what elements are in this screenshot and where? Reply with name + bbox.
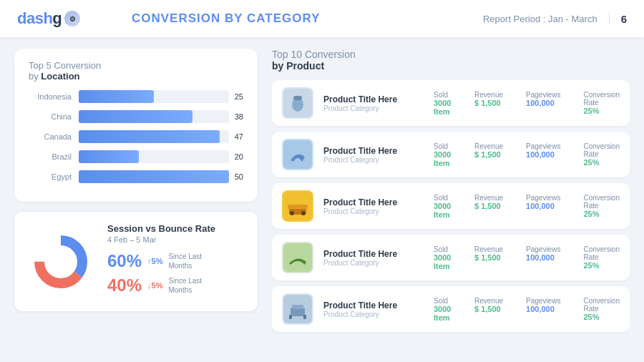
metric-pageviews: Pageviews 100,000: [526, 194, 560, 219]
product-name: Product Title Here: [323, 249, 424, 259]
svg-rect-16: [303, 315, 306, 319]
metric-pageviews-label: Pageviews: [526, 297, 560, 305]
metric-revenue: Revenue $ 1,500: [474, 297, 503, 322]
bar-row: Egypt 50: [29, 170, 243, 183]
metric-pageviews: Pageviews 100,000: [526, 245, 560, 270]
stat-row-2: 40% ↓5% Since LastMonths: [107, 275, 243, 295]
product-name: Product Title Here: [323, 197, 424, 207]
bar-fill: [79, 170, 229, 183]
product-info: Product Title Here Product Category: [323, 146, 424, 164]
bar-row: Brazil 20: [29, 150, 243, 163]
bar-label: China: [29, 112, 72, 121]
metric-sold: Sold 3000 Item: [434, 91, 452, 116]
product-category: Product Category: [323, 207, 424, 215]
svg-rect-11: [288, 205, 308, 209]
metric-sold-label: Sold: [434, 142, 452, 150]
bar-label: Egypt: [29, 172, 72, 181]
product-info: Product Title Here Product Category: [323, 249, 424, 267]
bar-value: 38: [235, 112, 243, 121]
page-title: CONVERSION by CATEGORY: [132, 11, 483, 26]
metric-pageviews-value: 100,000: [526, 253, 560, 262]
bar-value: 50: [235, 172, 243, 181]
metric-revenue: Revenue $ 1,500: [474, 142, 503, 167]
bar-fill: [79, 150, 139, 163]
metric-revenue-label: Revenue: [474, 91, 503, 99]
metric-pageviews-label: Pageviews: [526, 142, 560, 150]
stat-row-1: 60% ↑5% Since LastMonths: [107, 251, 243, 271]
svg-point-2: [45, 246, 77, 278]
header: dashg ⚙ CONVERSION by CATEGORY Report Pe…: [0, 0, 644, 37]
bar-chart-card: Top 5 Conversion by Location Indonesia 2…: [14, 49, 258, 202]
metric-pageviews-label: Pageviews: [526, 194, 560, 202]
metric-pageviews-value: 100,000: [526, 150, 560, 159]
metric-pageviews: Pageviews 100,000: [526, 297, 560, 322]
metric-sold: Sold 3000 Item: [434, 142, 452, 167]
donut-info: Session vs Bounce Rate 4 Feb – 5 Mar 60%…: [107, 223, 243, 300]
metric-revenue-value: $ 1,500: [474, 150, 503, 159]
bar-chart-area: Indonesia 25 China 38 Canada 47 Brazil 2…: [29, 90, 243, 183]
product-row: Product Title Here Product Category Sold…: [272, 80, 630, 126]
metric-conversion-label: Conversion Rate: [583, 297, 620, 313]
product-metrics: Sold 3000 Item Revenue $ 1,500 Pageviews…: [434, 297, 620, 322]
product-row: Product Title Here Product Category Sold…: [272, 235, 630, 280]
product-category: Product Category: [323, 259, 424, 267]
metric-conversion-label: Conversion Rate: [583, 91, 620, 107]
bar-row: China 38: [29, 110, 243, 123]
bar-track: [79, 170, 229, 183]
product-row: Product Title Here Product Category Sold…: [272, 286, 630, 332]
stat-2-badge: ↓5%: [147, 281, 162, 290]
metric-revenue-label: Revenue: [474, 194, 503, 202]
product-thumbnail: [282, 139, 313, 170]
metric-conversion-value: 25%: [583, 158, 620, 167]
product-info: Product Title Here Product Category: [323, 197, 424, 215]
svg-point-10: [301, 211, 306, 215]
metric-sold-value: 3000 Item: [434, 99, 452, 116]
stat-1-since: Since LastMonths: [168, 252, 202, 270]
bar-chart-title: Top 5 Conversion by Location: [29, 60, 243, 82]
bar-track: [79, 130, 229, 143]
metric-conversion-label: Conversion Rate: [583, 142, 620, 158]
bar-value: 25: [235, 92, 243, 101]
metric-revenue-label: Revenue: [474, 142, 503, 150]
donut-title: Session vs Bounce Rate: [107, 223, 243, 234]
svg-rect-15: [289, 315, 292, 319]
product-metrics: Sold 3000 Item Revenue $ 1,500 Pageviews…: [434, 91, 620, 116]
bar-label: Canada: [29, 132, 72, 141]
svg-rect-17: [292, 305, 303, 309]
bar-track: [79, 150, 229, 163]
bar-fill: [79, 110, 192, 123]
metric-sold: Sold 3000 Item: [434, 297, 452, 322]
metric-sold-value: 3000 Item: [434, 150, 452, 167]
product-row: Product Title Here Product Category Sold…: [272, 183, 630, 229]
bar-label: Indonesia: [29, 92, 72, 101]
bar-row: Indonesia 25: [29, 90, 243, 103]
report-period: Report Period : Jan - March: [483, 14, 597, 24]
stat-1-value: 60%: [107, 251, 142, 271]
metric-conversion: Conversion Rate 25%: [583, 245, 620, 270]
product-thumbnail: [282, 293, 313, 325]
metric-sold: Sold 3000 Item: [434, 245, 452, 270]
product-metrics: Sold 3000 Item Revenue $ 1,500 Pageviews…: [434, 194, 620, 219]
bar-track: [79, 110, 229, 123]
metric-revenue-value: $ 1,500: [474, 305, 503, 313]
product-name: Product Title Here: [323, 94, 424, 104]
product-thumbnail: [282, 242, 313, 273]
metric-pageviews-value: 100,000: [526, 202, 560, 210]
metric-sold: Sold 3000 Item: [434, 194, 452, 219]
metric-conversion: Conversion Rate 25%: [583, 194, 620, 219]
metric-pageviews-value: 100,000: [526, 99, 560, 107]
metric-conversion-value: 25%: [583, 313, 620, 321]
metric-conversion-label: Conversion Rate: [583, 245, 620, 261]
metric-revenue-label: Revenue: [474, 297, 503, 305]
product-thumbnail: [282, 87, 313, 119]
bar-track: [79, 90, 229, 103]
metric-revenue: Revenue $ 1,500: [474, 91, 503, 116]
logo-text: dashg: [17, 9, 62, 28]
metric-conversion-label: Conversion Rate: [583, 194, 620, 210]
metric-conversion: Conversion Rate 25%: [583, 297, 620, 322]
stat-2-since: Since LastMonths: [168, 276, 202, 295]
metric-revenue-value: $ 1,500: [474, 253, 503, 262]
products-section-title: Top 10 Conversion by Product: [272, 49, 630, 72]
metric-sold-label: Sold: [434, 91, 452, 99]
product-metrics: Sold 3000 Item Revenue $ 1,500 Pageviews…: [434, 142, 620, 167]
